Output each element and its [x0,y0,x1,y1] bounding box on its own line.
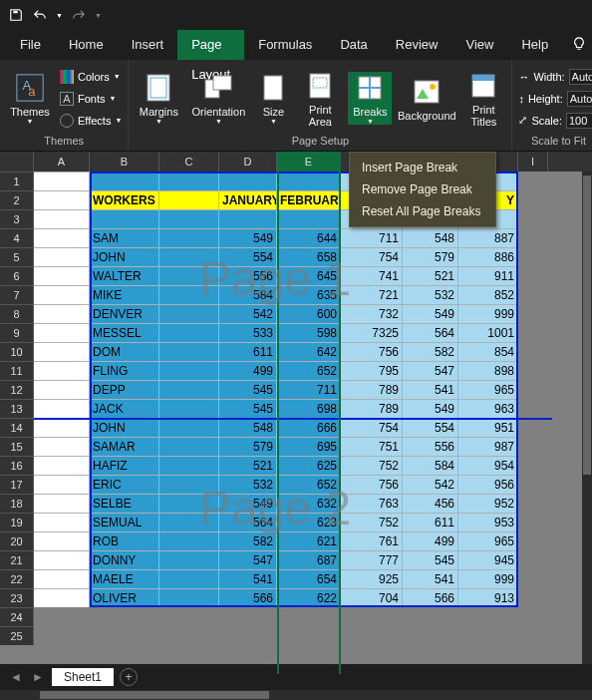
cell[interactable]: 789 [341,380,403,399]
cell[interactable]: 666 [277,418,341,437]
cell[interactable]: 965 [458,531,518,550]
cell[interactable] [159,494,219,513]
qat-customize-caret-icon[interactable]: ▼ [95,12,102,19]
cell[interactable] [34,380,90,399]
cell[interactable]: 854 [458,342,518,361]
cell[interactable]: 756 [341,342,403,361]
cell[interactable]: 554 [219,247,277,266]
tab-page-layout[interactable]: Page Layout [177,30,244,60]
margins-button[interactable]: Margins▼ [135,72,182,125]
row-header[interactable]: 24 [0,607,34,626]
cell[interactable]: 579 [403,247,458,266]
cell[interactable]: 886 [458,247,518,266]
cell[interactable]: JANUARY [219,190,277,209]
hscroll-thumb[interactable] [40,691,269,699]
themes-button[interactable]: Aa Themes ▼ [6,72,54,125]
cell[interactable]: 635 [277,285,341,304]
background-button[interactable]: Background [398,76,455,122]
cell[interactable]: 711 [277,380,341,399]
cell[interactable]: OLIVER [90,588,159,607]
undo-icon[interactable] [32,7,48,23]
cell[interactable]: MAELE [90,569,159,588]
scale-input[interactable] [566,113,592,129]
cell[interactable] [34,247,90,266]
cell[interactable]: 965 [458,380,518,399]
sheet-nav-next-icon[interactable]: ► [30,670,46,684]
cell[interactable]: 754 [341,247,403,266]
cell[interactable]: 556 [219,266,277,285]
cell[interactable]: 751 [341,437,403,456]
cell[interactable] [90,626,159,645]
cell[interactable] [159,399,219,418]
cell[interactable]: 642 [277,342,341,361]
cell[interactable] [159,626,219,645]
cell[interactable]: 698 [277,399,341,418]
cell[interactable] [159,550,219,569]
cell[interactable] [34,323,90,342]
cell[interactable]: 963 [458,399,518,418]
cell[interactable] [219,172,277,190]
cell[interactable]: 545 [219,399,277,418]
cell[interactable]: 658 [277,247,341,266]
cell[interactable]: 541 [403,569,458,588]
tell-me-icon[interactable] [562,37,592,54]
cell[interactable] [159,304,219,323]
print-area-button[interactable]: Print Area [298,70,342,128]
tab-insert[interactable]: Insert [118,30,178,60]
menu-insert-page-break[interactable]: Insert Page Break [350,157,495,178]
cell[interactable]: 777 [341,550,403,569]
cell[interactable] [34,456,90,475]
row-header[interactable]: 9 [0,323,34,342]
cell[interactable] [277,607,341,626]
cell[interactable]: 548 [219,418,277,437]
vertical-scrollbar[interactable] [582,172,592,664]
cell[interactable] [90,607,159,626]
cell[interactable] [34,399,90,418]
cell[interactable]: 549 [219,228,277,247]
cell[interactable]: HAFIZ [90,456,159,475]
cell[interactable] [34,494,90,513]
effects-button[interactable]: Effects▼ [60,112,122,130]
cell[interactable]: 956 [458,475,518,494]
cell[interactable]: 584 [219,285,277,304]
row-header[interactable]: 18 [0,494,34,513]
cell[interactable] [159,247,219,266]
cell[interactable]: 652 [277,475,341,494]
row-header[interactable]: 23 [0,588,34,607]
cell[interactable] [219,607,277,626]
cell[interactable] [219,626,277,645]
cell[interactable]: 987 [458,437,518,456]
cell[interactable] [34,342,90,361]
menu-remove-page-break[interactable]: Remove Page Break [350,178,495,200]
cell[interactable]: 913 [458,588,518,607]
col-header-B[interactable]: B [90,152,159,172]
cell[interactable] [159,190,219,209]
cell[interactable]: WALTER [90,266,159,285]
cell[interactable] [159,342,219,361]
cell[interactable]: 1001 [458,323,518,342]
orientation-button[interactable]: Orientation▼ [188,72,248,125]
cell[interactable] [159,266,219,285]
cell[interactable]: 711 [341,228,403,247]
select-all-corner[interactable] [0,152,34,172]
cell[interactable] [277,172,341,190]
cell[interactable]: 645 [277,266,341,285]
cell[interactable] [159,437,219,456]
save-icon[interactable] [8,7,24,23]
redo-icon[interactable] [71,7,87,23]
vscroll-thumb[interactable] [583,175,591,475]
cell[interactable] [159,456,219,475]
cell[interactable] [159,607,219,626]
cell[interactable] [219,209,277,228]
cell[interactable]: 7325 [341,323,403,342]
cell[interactable]: 611 [219,342,277,361]
col-header-I[interactable]: I [518,152,548,172]
cell[interactable] [403,626,458,645]
cell[interactable]: 951 [458,418,518,437]
row-header[interactable]: 14 [0,418,34,437]
cell[interactable]: 625 [277,456,341,475]
cell[interactable]: 652 [277,361,341,380]
cell[interactable]: 584 [403,456,458,475]
cell[interactable]: 554 [403,418,458,437]
cell[interactable] [159,513,219,531]
